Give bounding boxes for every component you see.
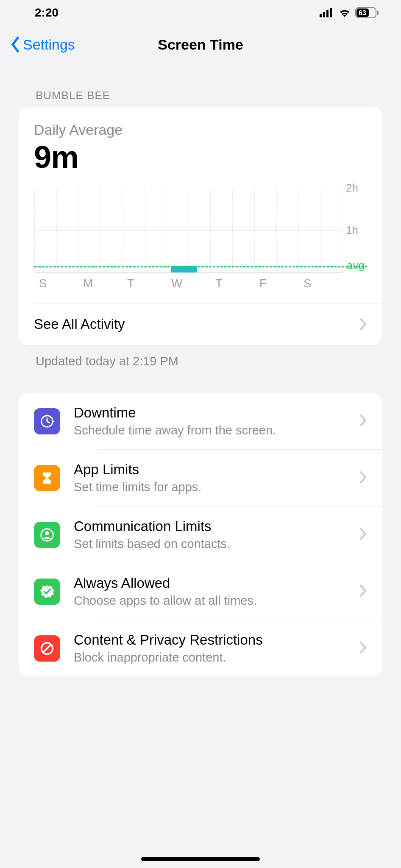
option-row-content[interactable]: Content & Privacy RestrictionsBlock inap… (19, 620, 382, 676)
svg-rect-1 (323, 12, 325, 17)
wifi-icon (338, 8, 351, 17)
checkbadge-icon (34, 579, 60, 605)
usage-chart: avg 2h 1h SMTWTFS (19, 175, 382, 290)
svg-line-14 (43, 644, 51, 652)
svg-point-12 (45, 531, 49, 535)
svg-rect-3 (330, 8, 332, 17)
summary-card: Daily Average 9m avg 2h 1h SMTWTFS See A… (19, 107, 382, 345)
option-title: Content & Privacy Restrictions (74, 632, 359, 648)
options-card: DowntimeSchedule time away from the scre… (19, 393, 382, 676)
x-tick: W (166, 277, 210, 290)
x-tick: M (78, 277, 122, 290)
x-tick: S (298, 277, 343, 290)
contact-icon (34, 522, 60, 548)
status-indicators: 63 (320, 7, 379, 18)
x-tick: F (254, 277, 298, 290)
daily-average-value: 9m (34, 139, 367, 175)
home-indicator[interactable] (141, 857, 260, 861)
svg-rect-2 (326, 10, 329, 17)
x-tick: T (210, 277, 254, 290)
option-row-always[interactable]: Always AllowedChoose apps to allow at al… (19, 563, 382, 620)
option-row-comm[interactable]: Communication LimitsSet limits based on … (19, 506, 382, 563)
x-tick: T (122, 277, 166, 290)
option-subtitle: Choose apps to allow at all times. (74, 594, 359, 608)
option-title: Communication Limits (74, 518, 359, 534)
option-subtitle: Set limits based on contacts. (74, 537, 359, 551)
chevron-right-icon (359, 528, 367, 542)
battery-icon: 63 (355, 7, 379, 18)
back-button[interactable]: Settings (10, 36, 75, 53)
x-tick: S (34, 277, 78, 290)
battery-pct: 63 (359, 9, 366, 17)
option-subtitle: Block inappropriate content. (74, 651, 359, 665)
svg-rect-6 (377, 11, 379, 15)
nav-bar: Settings Screen Time (0, 25, 401, 64)
hourglass-icon (34, 465, 60, 491)
option-title: Downtime (74, 405, 359, 421)
noentry-icon (34, 635, 60, 662)
back-label: Settings (23, 36, 75, 53)
option-title: Always Allowed (74, 575, 359, 591)
clock-icon (34, 408, 60, 434)
daily-average-label: Daily Average (34, 122, 367, 138)
option-row-applimits[interactable]: App LimitsSet time limits for apps. (19, 450, 382, 506)
option-title: App Limits (74, 462, 359, 478)
y-tick-1h: 1h (346, 224, 367, 237)
status-time: 2:20 (35, 6, 58, 19)
option-subtitle: Schedule time away from the screen. (74, 423, 359, 437)
y-tick-2h: 2h (346, 181, 367, 195)
avg-label: avg (347, 259, 365, 272)
chevron-right-icon (359, 584, 367, 599)
svg-rect-0 (320, 14, 322, 17)
chevron-right-icon (359, 641, 367, 656)
updated-note: Updated today at 2:19 PM (36, 354, 382, 368)
chevron-left-icon (10, 36, 20, 53)
cellular-icon (320, 8, 334, 17)
see-all-activity-row[interactable]: See All Activity (19, 303, 382, 345)
chevron-right-icon (359, 471, 367, 485)
option-row-downtime[interactable]: DowntimeSchedule time away from the scre… (19, 393, 382, 449)
chevron-right-icon (359, 318, 367, 331)
section-header: BUMBLE BEE (36, 89, 382, 102)
option-subtitle: Set time limits for apps. (74, 480, 359, 494)
page-title: Screen Time (158, 36, 243, 53)
status-bar: 2:20 63 (0, 0, 401, 25)
see-all-activity-label: See All Activity (34, 316, 125, 332)
chevron-right-icon (359, 414, 367, 428)
